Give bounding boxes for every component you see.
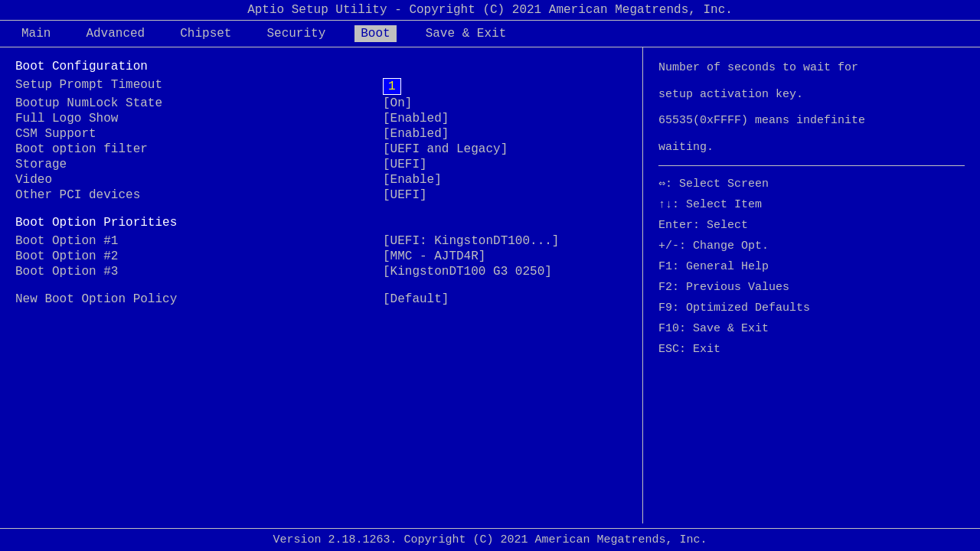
nav-item-chipset[interactable]: Chipset xyxy=(174,25,237,42)
key-action: Optimized Defaults xyxy=(686,302,810,315)
help-line: Number of seconds to wait for xyxy=(658,60,965,77)
config-value: [Enabled] xyxy=(383,127,449,141)
key-action: Previous Values xyxy=(686,281,789,294)
key-action: Select Item xyxy=(686,198,762,211)
nav-item-boot[interactable]: Boot xyxy=(354,25,396,42)
config-label: Other PCI devices xyxy=(15,188,383,202)
divider xyxy=(658,165,965,166)
boot-priority-rows: Boot Option #1[UEFI: KingstonDT100...]Bo… xyxy=(15,234,627,279)
key-label: Enter: xyxy=(658,219,707,232)
key-help-row: ESC: Exit xyxy=(658,339,965,360)
nav-item-advanced[interactable]: Advanced xyxy=(80,25,151,42)
config-value: [Enabled] xyxy=(383,112,449,126)
config-row: Boot option filter[UEFI and Legacy] xyxy=(15,142,627,156)
key-label: F2: xyxy=(658,281,686,294)
key-help: ⇔: Select Screen↑↓: Select ItemEnter: Se… xyxy=(658,174,965,360)
right-panel: Number of seconds to wait forsetup activ… xyxy=(643,47,980,523)
new-boot-label: New Boot Option Policy xyxy=(15,292,383,306)
boot-priority-label: Boot Option #2 xyxy=(15,249,383,263)
boot-priority-row: Boot Option #2[MMC - AJTD4R] xyxy=(15,249,627,263)
config-row: Storage[UEFI] xyxy=(15,158,627,171)
key-label: ESC: xyxy=(658,343,693,356)
title-bar: Aptio Setup Utility - Copyright (C) 2021… xyxy=(0,0,980,21)
key-label: ⇔: xyxy=(658,178,679,191)
config-value: [UEFI] xyxy=(383,158,427,171)
help-text: Number of seconds to wait forsetup activ… xyxy=(658,60,965,156)
config-value: [UEFI and Legacy] xyxy=(383,142,508,156)
config-row: CSM Support[Enabled] xyxy=(15,127,627,141)
config-row: Full Logo Show[Enabled] xyxy=(15,112,627,126)
nav-item-security[interactable]: Security xyxy=(260,25,332,42)
key-label: +/-: xyxy=(658,240,693,253)
config-label: Storage xyxy=(15,158,383,171)
nav-item-save-and-exit[interactable]: Save & Exit xyxy=(420,25,513,42)
key-action: Save & Exit xyxy=(693,322,769,335)
nav-bar: MainAdvancedChipsetSecurityBootSave & Ex… xyxy=(0,21,980,47)
key-help-row: F1: General Help xyxy=(658,256,965,277)
footer-text: Version 2.18.1263. Copyright (C) 2021 Am… xyxy=(273,533,707,546)
key-help-row: +/-: Change Opt. xyxy=(658,236,965,256)
key-help-row: ↑↓: Select Item xyxy=(658,194,965,215)
config-row: Other PCI devices[UEFI] xyxy=(15,188,627,202)
left-panel: Boot Configuration Setup Prompt Timeout1… xyxy=(0,47,643,523)
key-action: Exit xyxy=(693,343,720,356)
key-label: F10: xyxy=(658,322,693,335)
config-label: Boot option filter xyxy=(15,142,383,156)
key-label: ↑↓: xyxy=(658,198,686,211)
footer: Version 2.18.1263. Copyright (C) 2021 Am… xyxy=(0,528,980,551)
config-value: [On] xyxy=(383,96,412,110)
section1-header: Boot Configuration xyxy=(15,60,627,73)
config-row: Video[Enable] xyxy=(15,173,627,187)
boot-priority-label: Boot Option #1 xyxy=(15,234,383,248)
nav-item-main[interactable]: Main xyxy=(15,25,57,42)
key-help-row: Enter: Select xyxy=(658,215,965,236)
config-label: Setup Prompt Timeout xyxy=(15,78,383,95)
boot-priority-row: Boot Option #3[KingstonDT100 G3 0250] xyxy=(15,265,627,279)
section2-header: Boot Option Priorities xyxy=(15,216,627,230)
key-label: F9: xyxy=(658,302,686,315)
key-action: Select xyxy=(707,219,748,232)
key-action: General Help xyxy=(686,260,769,273)
config-label: Video xyxy=(15,173,383,187)
config-row: Setup Prompt Timeout1 xyxy=(15,78,627,95)
key-help-row: F10: Save & Exit xyxy=(658,318,965,339)
config-value[interactable]: 1 xyxy=(383,78,401,95)
boot-priority-label: Boot Option #3 xyxy=(15,265,383,279)
key-help-row: ⇔: Select Screen xyxy=(658,174,965,194)
config-label: Full Logo Show xyxy=(15,112,383,126)
key-action: Select Screen xyxy=(679,178,769,191)
help-line: 65535(0xFFFF) means indefinite xyxy=(658,112,965,130)
boot-priority-value: [KingstonDT100 G3 0250] xyxy=(383,265,552,279)
main-content: Boot Configuration Setup Prompt Timeout1… xyxy=(0,47,980,523)
config-row: Bootup NumLock State[On] xyxy=(15,96,627,110)
new-boot-row: New Boot Option Policy[Default] xyxy=(15,292,627,306)
config-value: [Enable] xyxy=(383,173,442,187)
boot-priority-row: Boot Option #1[UEFI: KingstonDT100...] xyxy=(15,234,627,248)
boot-priority-value: [UEFI: KingstonDT100...] xyxy=(383,234,559,248)
key-label: F1: xyxy=(658,260,686,273)
help-line: setup activation key. xyxy=(658,86,965,104)
config-value: [UEFI] xyxy=(383,188,427,202)
key-help-row: F9: Optimized Defaults xyxy=(658,298,965,318)
title-text: Aptio Setup Utility - Copyright (C) 2021… xyxy=(247,3,733,17)
config-rows: Setup Prompt Timeout1Bootup NumLock Stat… xyxy=(15,78,627,202)
boot-priority-value: [MMC - AJTD4R] xyxy=(383,249,485,263)
config-label: CSM Support xyxy=(15,127,383,141)
key-help-row: F2: Previous Values xyxy=(658,277,965,298)
help-line: waiting. xyxy=(658,139,965,157)
key-action: Change Opt. xyxy=(693,240,769,253)
new-boot-rows: New Boot Option Policy[Default] xyxy=(15,292,627,306)
config-label: Bootup NumLock State xyxy=(15,96,383,110)
new-boot-value: [Default] xyxy=(383,292,449,306)
